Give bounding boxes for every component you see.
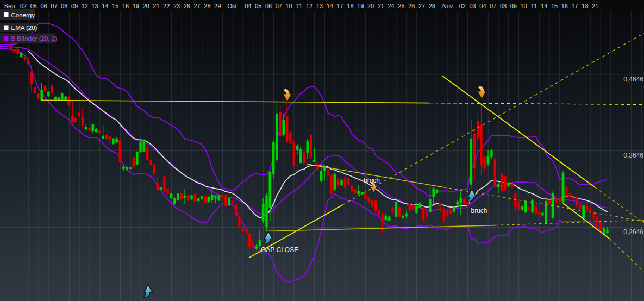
- svg-text:02: 02: [20, 3, 27, 9]
- svg-text:08: 08: [61, 3, 67, 9]
- svg-text:Okt: Okt: [227, 3, 236, 9]
- svg-text:B Bänder (20, 2): B Bänder (20, 2): [11, 35, 58, 42]
- svg-text:23: 23: [173, 3, 180, 9]
- svg-text:14: 14: [541, 3, 547, 9]
- svg-text:14: 14: [102, 3, 108, 9]
- svg-text:07: 07: [51, 3, 57, 9]
- svg-text:12: 12: [82, 3, 88, 9]
- svg-text:07: 07: [276, 3, 282, 9]
- svg-text:28: 28: [204, 3, 210, 9]
- svg-text:27: 27: [193, 3, 200, 9]
- svg-text:15: 15: [551, 3, 558, 9]
- svg-text:25: 25: [398, 3, 404, 9]
- svg-text:10: 10: [285, 3, 292, 9]
- svg-text:0,4646: 0,4646: [623, 76, 643, 83]
- svg-text:03: 03: [469, 3, 476, 9]
- svg-text:26: 26: [184, 3, 190, 9]
- svg-text:26: 26: [408, 3, 415, 9]
- svg-text:21: 21: [592, 3, 598, 9]
- svg-text:bruch: bruch: [364, 177, 380, 184]
- svg-text:09: 09: [71, 3, 78, 9]
- svg-text:04: 04: [245, 3, 251, 9]
- svg-text:19: 19: [133, 3, 139, 9]
- svg-text:GAP CLOSE: GAP CLOSE: [261, 246, 298, 254]
- svg-text:Sep: Sep: [4, 3, 15, 9]
- svg-text:13: 13: [91, 3, 98, 9]
- svg-text:bruch: bruch: [471, 207, 487, 215]
- svg-text:08: 08: [500, 3, 507, 9]
- svg-text:14: 14: [327, 3, 333, 9]
- svg-text:11: 11: [296, 3, 302, 9]
- svg-text:09: 09: [510, 3, 517, 9]
- svg-text:16: 16: [122, 3, 129, 9]
- svg-text:22: 22: [163, 3, 170, 9]
- svg-text:05: 05: [255, 3, 261, 9]
- svg-text:27: 27: [418, 3, 425, 9]
- svg-text:Nov: Nov: [442, 3, 453, 9]
- svg-text:07: 07: [490, 3, 496, 9]
- svg-text:04: 04: [479, 3, 486, 9]
- svg-text:10: 10: [520, 3, 527, 9]
- svg-text:02: 02: [459, 3, 466, 9]
- svg-text:16: 16: [561, 3, 568, 9]
- svg-text:06: 06: [265, 3, 272, 9]
- svg-text:EMA (20): EMA (20): [11, 24, 37, 31]
- svg-text:11: 11: [531, 3, 537, 9]
- svg-text:12: 12: [306, 3, 312, 9]
- svg-text:0,2646: 0,2646: [623, 228, 643, 236]
- svg-text:18: 18: [582, 3, 588, 9]
- svg-text:15: 15: [112, 3, 118, 9]
- svg-text:05: 05: [30, 3, 37, 9]
- svg-text:28: 28: [429, 3, 435, 9]
- svg-text:21: 21: [378, 3, 384, 9]
- svg-text:06: 06: [40, 3, 47, 9]
- svg-text:0,3646: 0,3646: [623, 152, 643, 159]
- svg-text:20: 20: [142, 3, 149, 9]
- svg-text:17: 17: [336, 3, 343, 9]
- svg-text:20: 20: [367, 3, 374, 9]
- svg-text:19: 19: [357, 3, 364, 9]
- svg-text:29: 29: [214, 3, 221, 9]
- svg-text:24: 24: [387, 3, 394, 9]
- svg-text:21: 21: [153, 3, 159, 9]
- svg-text:18: 18: [347, 3, 353, 9]
- svg-text:13: 13: [316, 3, 323, 9]
- svg-text:Conergy: Conergy: [11, 12, 35, 18]
- svg-text:17: 17: [571, 3, 578, 9]
